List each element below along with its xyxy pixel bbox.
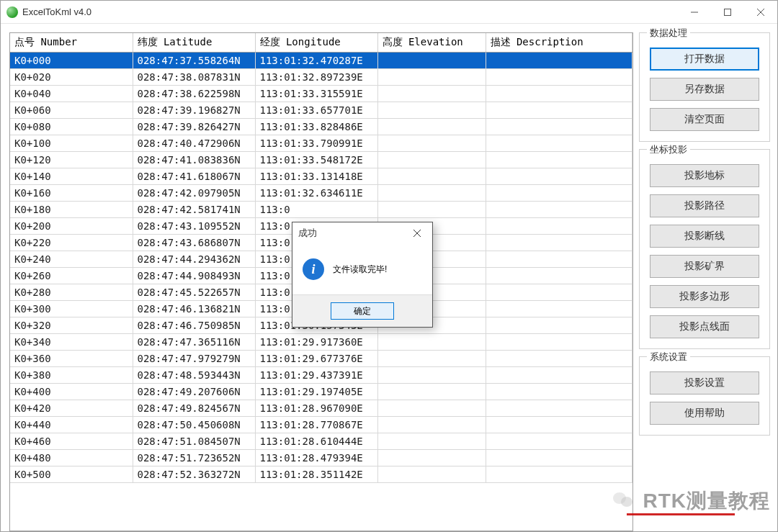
cell-number[interactable]: K0+420 xyxy=(10,400,133,417)
dialog-ok-button[interactable]: 确定 xyxy=(331,302,394,320)
cell-description[interactable] xyxy=(486,86,632,102)
table-row[interactable]: K0+000028:47:37.558264N113:01:32.470287E xyxy=(10,53,632,69)
table-row[interactable]: K0+480028:47:51.723652N113:01:28.479394E xyxy=(10,450,632,466)
cell-number[interactable]: K0+120 xyxy=(10,152,133,168)
table-row[interactable]: K0+360028:47:47.979279N113:01:29.677376E xyxy=(10,351,632,367)
cell-latitude[interactable]: 028:47:40.472906N xyxy=(133,135,255,152)
cell-latitude[interactable]: 028:47:43.109552N xyxy=(133,218,255,235)
col-header-latitude[interactable]: 纬度 Latitude xyxy=(133,33,255,53)
cell-description[interactable] xyxy=(486,53,632,69)
cell-elevation[interactable] xyxy=(377,135,486,152)
cell-latitude[interactable]: 028:47:49.824567N xyxy=(133,400,255,417)
cell-longitude[interactable]: 113:01:29.437391E xyxy=(255,367,377,384)
cell-description[interactable] xyxy=(486,351,632,367)
cell-elevation[interactable] xyxy=(377,384,486,400)
cell-description[interactable] xyxy=(486,168,632,185)
cell-description[interactable] xyxy=(486,152,632,168)
cell-latitude[interactable]: 028:47:44.908493N xyxy=(133,268,255,284)
cell-latitude[interactable]: 028:47:47.365116N xyxy=(133,334,255,351)
table-row[interactable]: K0+440028:47:50.450608N113:01:28.770867E xyxy=(10,417,632,433)
cell-latitude[interactable]: 028:47:46.750985N xyxy=(133,317,255,334)
col-header-longitude[interactable]: 经度 Longitude xyxy=(255,33,377,53)
dialog-close-button[interactable] xyxy=(408,225,426,241)
table-row[interactable]: K0+460028:47:51.084507N113:01:28.610444E xyxy=(10,433,632,450)
cell-description[interactable] xyxy=(486,251,632,268)
cell-longitude[interactable]: 113:01:28.967090E xyxy=(255,400,377,417)
cell-description[interactable] xyxy=(486,433,632,450)
project-polygon-button[interactable]: 投影多边形 xyxy=(650,285,759,308)
cell-longitude[interactable]: 113:01:32.470287E xyxy=(255,53,377,69)
cell-number[interactable]: K0+080 xyxy=(10,119,133,135)
cell-description[interactable] xyxy=(486,119,632,135)
cell-number[interactable]: K0+260 xyxy=(10,268,133,284)
cell-number[interactable]: K0+100 xyxy=(10,135,133,152)
cell-number[interactable]: K0+240 xyxy=(10,251,133,268)
cell-number[interactable]: K0+300 xyxy=(10,301,133,317)
cell-longitude[interactable]: 113:01:28.610444E xyxy=(255,433,377,450)
table-row[interactable]: K0+420028:47:49.824567N113:01:28.967090E xyxy=(10,400,632,417)
cell-number[interactable]: K0+060 xyxy=(10,102,133,119)
cell-latitude[interactable]: 028:47:41.618067N xyxy=(133,168,255,185)
cell-description[interactable] xyxy=(486,69,632,86)
cell-number[interactable]: K0+140 xyxy=(10,168,133,185)
maximize-button[interactable] xyxy=(711,1,744,23)
cell-elevation[interactable] xyxy=(377,417,486,433)
cell-longitude[interactable]: 113:01:33.548172E xyxy=(255,152,377,168)
cell-longitude[interactable]: 113:01:29.917360E xyxy=(255,334,377,351)
cell-longitude[interactable]: 113:01:32.634611E xyxy=(255,185,377,202)
cell-number[interactable]: K0+360 xyxy=(10,351,133,367)
project-breakline-button[interactable]: 投影断线 xyxy=(650,225,759,248)
cell-number[interactable]: K0+020 xyxy=(10,69,133,86)
table-row[interactable]: K0+180028:47:42.581741N113:0 xyxy=(10,202,632,218)
cell-latitude[interactable]: 028:47:39.196827N xyxy=(133,102,255,119)
cell-number[interactable]: K0+220 xyxy=(10,235,133,251)
cell-longitude[interactable]: 113:01:29.677376E xyxy=(255,351,377,367)
cell-number[interactable]: K0+280 xyxy=(10,284,133,301)
cell-description[interactable] xyxy=(486,400,632,417)
cell-number[interactable]: K0+400 xyxy=(10,384,133,400)
cell-latitude[interactable]: 028:47:51.723652N xyxy=(133,450,255,466)
cell-number[interactable]: K0+460 xyxy=(10,433,133,450)
cell-description[interactable] xyxy=(486,218,632,235)
table-row[interactable]: K0+040028:47:38.622598N113:01:33.315591E xyxy=(10,86,632,102)
cell-description[interactable] xyxy=(486,384,632,400)
cell-longitude[interactable]: 113:01:33.828486E xyxy=(255,119,377,135)
cell-latitude[interactable]: 028:47:45.522657N xyxy=(133,284,255,301)
cell-latitude[interactable]: 028:47:38.622598N xyxy=(133,86,255,102)
cell-description[interactable] xyxy=(486,334,632,351)
cell-elevation[interactable] xyxy=(377,351,486,367)
project-landmark-button[interactable]: 投影地标 xyxy=(650,164,759,187)
cell-longitude[interactable]: 113:01:33.315591E xyxy=(255,86,377,102)
cell-elevation[interactable] xyxy=(377,450,486,466)
cell-number[interactable]: K0+320 xyxy=(10,317,133,334)
table-row[interactable]: K0+160028:47:42.097905N113:01:32.634611E xyxy=(10,185,632,202)
project-plp-button[interactable]: 投影点线面 xyxy=(650,315,759,338)
table-row[interactable]: K0+080028:47:39.826427N113:01:33.828486E xyxy=(10,119,632,135)
cell-elevation[interactable] xyxy=(377,334,486,351)
cell-elevation[interactable] xyxy=(377,102,486,119)
cell-longitude[interactable]: 113:01:28.479394E xyxy=(255,450,377,466)
cell-latitude[interactable]: 028:47:47.979279N xyxy=(133,351,255,367)
cell-elevation[interactable] xyxy=(377,400,486,417)
cell-description[interactable] xyxy=(486,235,632,251)
cell-number[interactable]: K0+500 xyxy=(10,466,133,483)
cell-description[interactable] xyxy=(486,202,632,218)
cell-latitude[interactable]: 028:47:50.450608N xyxy=(133,417,255,433)
table-row[interactable]: K0+060028:47:39.196827N113:01:33.657701E xyxy=(10,102,632,119)
cell-number[interactable]: K0+340 xyxy=(10,334,133,351)
cell-number[interactable]: K0+160 xyxy=(10,185,133,202)
cell-elevation[interactable] xyxy=(377,367,486,384)
cell-number[interactable]: K0+040 xyxy=(10,86,133,102)
cell-description[interactable] xyxy=(486,367,632,384)
cell-elevation[interactable] xyxy=(377,86,486,102)
cell-elevation[interactable] xyxy=(377,119,486,135)
open-data-button[interactable]: 打开数据 xyxy=(650,48,759,71)
cell-latitude[interactable]: 028:47:51.084507N xyxy=(133,433,255,450)
cell-latitude[interactable]: 028:47:49.207606N xyxy=(133,384,255,400)
col-header-elevation[interactable]: 高度 Elevation xyxy=(377,33,486,53)
cell-description[interactable] xyxy=(486,185,632,202)
cell-latitude[interactable]: 028:47:39.826427N xyxy=(133,119,255,135)
cell-elevation[interactable] xyxy=(377,168,486,185)
minimize-button[interactable] xyxy=(678,1,711,23)
cell-elevation[interactable] xyxy=(377,433,486,450)
